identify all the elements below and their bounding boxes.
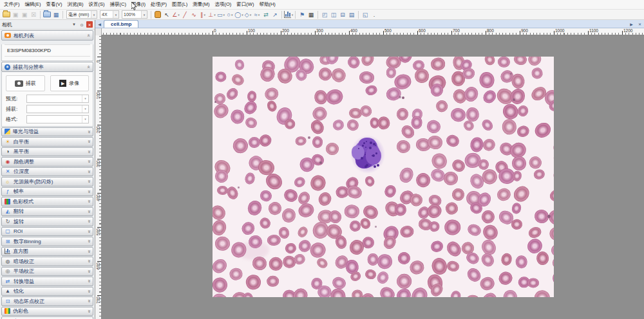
save-as-icon[interactable]: ▣ [21, 10, 29, 19]
panel-header-flip[interactable]: ◭翻转» [1, 207, 93, 217]
menu-item-9[interactable]: 图层(L) [169, 0, 190, 9]
tile-horizontal-icon[interactable]: ◫ [330, 10, 338, 19]
panel-header-pseudo-color[interactable]: 伪彩色» [1, 307, 93, 316]
menu-item-8[interactable]: 处理(P) [148, 0, 169, 9]
panel-header-color-mode[interactable]: 色彩模式» [1, 197, 93, 206]
overflow-dot[interactable]: . [370, 10, 379, 19]
ellipse-tool-icon[interactable]: ○▾ [226, 10, 234, 19]
dropdown-icon[interactable]: ▼ [71, 21, 77, 28]
new-window-icon[interactable]: ◱ [361, 10, 370, 19]
expand-icon[interactable]: » [86, 300, 91, 302]
panel-header-white-balance[interactable]: ☀白平衡» [1, 137, 93, 147]
panel-header-exposure-gain[interactable]: 曝光与增益» [1, 127, 93, 137]
save-icon[interactable]: ▣ [12, 10, 20, 19]
panel-header-rotate[interactable]: ↻旋转» [1, 217, 93, 226]
panel-header-histogram[interactable]: 直方图» [1, 247, 93, 257]
expand-icon[interactable]: » [86, 250, 91, 253]
panel-header-dark-field[interactable]: ◍暗场校正» [1, 257, 93, 266]
chevron-down-icon[interactable]: ▾ [82, 105, 88, 113]
menu-item-4[interactable]: 浏览(B) [65, 0, 86, 9]
image-canvas[interactable] [102, 35, 644, 319]
expand-icon[interactable]: » [86, 170, 91, 173]
open-file-icon[interactable] [3, 10, 11, 19]
menu-item-12[interactable]: 窗口(W) [234, 0, 256, 9]
menu-item-2[interactable]: 编辑(E) [23, 0, 44, 9]
pan-tool-icon[interactable] [154, 10, 162, 19]
expand-icon[interactable]: » [86, 150, 91, 153]
panel-header-capture-resolution[interactable]: ∗ 捕获与分辨率 » [1, 62, 93, 72]
expand-icon[interactable]: » [86, 190, 91, 193]
expand-icon[interactable]: » [86, 290, 91, 293]
expand-icon[interactable]: » [86, 200, 91, 203]
panel-header-light-frequency[interactable]: ☼光源频率(防闪烁)» [1, 177, 93, 187]
perpendicular-tool-icon[interactable]: ⊥▾ [208, 10, 216, 19]
expand-icon[interactable]: » [86, 240, 91, 242]
calibration-icon[interactable]: ⇄ [262, 10, 270, 19]
collapse-icon[interactable]: » [86, 66, 91, 68]
panel-header-defect-correction[interactable]: ⊡动态坏点校正» [1, 296, 93, 306]
chevron-down-icon[interactable]: ▾ [141, 11, 147, 18]
panel-header-bit-depth[interactable]: ✕位深度» [1, 167, 93, 177]
expand-icon[interactable]: » [86, 270, 91, 273]
panel-header-misc[interactable]: ∗杂项» [1, 316, 93, 319]
expand-icon[interactable]: » [86, 160, 91, 163]
menu-item-6[interactable]: 捕获(C) [108, 0, 129, 9]
expand-icon[interactable]: » [86, 310, 91, 313]
panel-header-flat-field[interactable]: ◎平场校正» [1, 267, 93, 277]
magnification-select[interactable]: 4X▾ [100, 10, 119, 19]
polygon-tool-icon[interactable]: ◇▾ [244, 10, 252, 19]
arrange-icons-icon[interactable]: ▤ [348, 10, 356, 19]
panel-header-binning[interactable]: ⊞数字Binning» [1, 237, 93, 246]
flag-icon[interactable]: ⚑ [298, 10, 307, 19]
record-button[interactable]: ▶ 录像 [50, 75, 90, 91]
tab-scroll-right-icon[interactable]: ▶ [627, 20, 636, 28]
pin-icon[interactable]: ⊙ [79, 21, 85, 28]
expand-icon[interactable]: » [86, 180, 91, 183]
chevron-down-icon[interactable]: ▾ [82, 116, 88, 123]
panel-header-sharpen[interactable]: ▲锐化» [1, 287, 93, 296]
menu-item-10[interactable]: 测量(M) [190, 0, 212, 9]
menu-item-11[interactable]: 选项(O) [213, 0, 234, 9]
tab-close-icon[interactable]: ✕ [636, 20, 644, 28]
panel-header-black-balance[interactable]: ◑黑平衡» [1, 147, 93, 157]
preview-select[interactable]: ▾ [26, 95, 89, 103]
capture-button[interactable]: 捕获 [6, 75, 45, 91]
format-select[interactable]: ▾ [26, 115, 89, 123]
unit-select[interactable]: 毫米 (mm)▾ [66, 10, 97, 19]
collapse-icon[interactable]: » [86, 34, 91, 37]
tab-cell-bmp[interactable]: cell.bmp [104, 20, 138, 28]
thumbnails-icon[interactable]: ▦ [52, 10, 61, 19]
arrow-tool-icon[interactable]: ↗ [271, 10, 279, 19]
tile-vertical-icon[interactable]: ⊟ [339, 10, 347, 19]
angle-tool-icon[interactable]: ∠▾ [172, 10, 180, 19]
select-tool-icon[interactable]: ↖ [163, 10, 171, 19]
chevron-down-icon[interactable]: ▾ [82, 95, 88, 102]
chevron-down-icon[interactable]: ▾ [91, 11, 97, 18]
browse-folder-icon[interactable] [43, 10, 52, 19]
rectangle-tool-icon[interactable]: ▭▾ [217, 10, 225, 19]
panel-header-conversion-gain[interactable]: ⇄转换增益» [1, 277, 93, 286]
expand-icon[interactable]: » [86, 220, 91, 223]
panel-header-frame-rate[interactable]: ƒ帧率» [1, 187, 93, 197]
cascade-windows-icon[interactable]: ◰ [321, 10, 329, 19]
expand-icon[interactable]: » [86, 210, 91, 213]
panel-header-roi[interactable]: ▢ROI» [1, 227, 93, 237]
curve-tool-icon[interactable]: ∿ [190, 10, 198, 19]
specimen-image[interactable] [213, 57, 554, 297]
expand-icon[interactable]: » [86, 260, 91, 262]
expand-icon[interactable]: » [86, 230, 91, 233]
menu-item-5[interactable]: 设置(S) [86, 0, 108, 9]
panel-header-camera-list[interactable]: 相机列表 » [1, 30, 93, 41]
camera-list-item[interactable]: E3ISPM08300KPD [5, 44, 90, 57]
expand-icon[interactable]: » [86, 280, 91, 282]
chevron-down-icon[interactable]: ▾ [113, 11, 118, 18]
expand-icon[interactable]: » [86, 140, 91, 143]
close-file-icon[interactable]: ☒ [30, 10, 38, 19]
circle-tool-icon[interactable]: ◯▾ [235, 10, 243, 19]
menu-item-1[interactable]: 文件(F) [1, 0, 23, 9]
grid-icon[interactable]: ▦ [307, 10, 316, 19]
close-sidebar-button[interactable]: ✕ [86, 21, 93, 28]
polyline-tool-icon[interactable]: ≈▾ [253, 10, 261, 19]
menu-item-13[interactable]: 帮助(H) [256, 0, 278, 9]
scatter-chart-icon[interactable]: ▾ [285, 10, 293, 19]
